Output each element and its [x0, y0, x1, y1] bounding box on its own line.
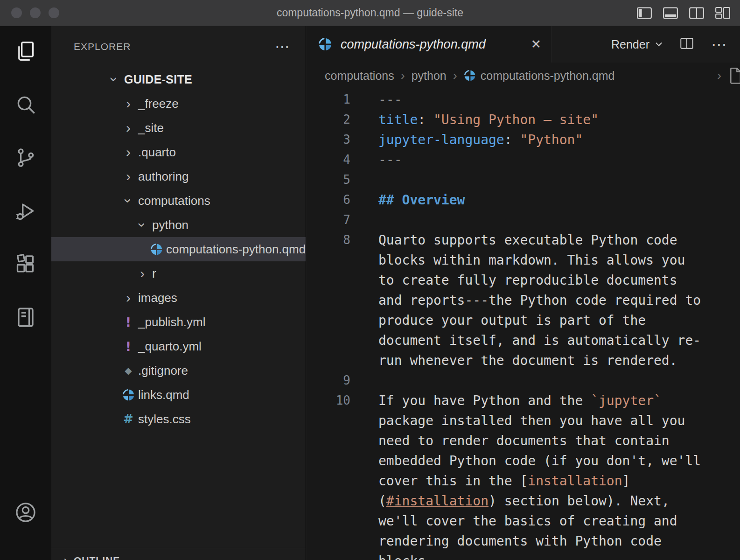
- chevron-down-icon: [655, 42, 663, 47]
- document-symbol-icon: [726, 66, 740, 85]
- notebooks-tab[interactable]: [13, 305, 39, 331]
- line-content: jupyter-language: "Python": [378, 130, 705, 150]
- tree-item-label: styles.css: [138, 412, 191, 427]
- tree-folder-authoring[interactable]: ›authoring: [51, 164, 306, 189]
- explorer-sidebar: EXPLORER ⋯ › GUIDE-SITE ›_freeze›_site›.…: [51, 26, 306, 560]
- search-icon: [14, 93, 37, 118]
- chevron-right-icon: ›: [58, 553, 74, 560]
- line-content: [378, 170, 705, 190]
- tree-folder--site[interactable]: ›_site: [51, 116, 306, 140]
- chevron-right-icon: ›: [120, 97, 136, 111]
- tree-folder-python[interactable]: ›python: [51, 213, 306, 237]
- explorer-more-actions-icon[interactable]: ⋯: [275, 39, 290, 54]
- chevron-down-icon: ›: [107, 71, 121, 87]
- account-button[interactable]: [0, 500, 51, 526]
- extensions-tab[interactable]: [13, 252, 39, 278]
- quarto-icon: [464, 70, 476, 82]
- sidebar-title: EXPLORER: [74, 41, 131, 52]
- tree-item-label: .gitignore: [138, 364, 188, 378]
- line-number: 8: [306, 230, 350, 371]
- render-button[interactable]: Render: [611, 38, 663, 51]
- line-content: [378, 371, 705, 391]
- tree-item-label: _freeze: [138, 97, 179, 111]
- quarto-icon: [150, 243, 163, 256]
- line-number: 10: [306, 391, 350, 560]
- tree-folder--quarto[interactable]: ›.quarto: [51, 140, 306, 164]
- code-line-4[interactable]: 4---: [306, 150, 740, 170]
- vscode-window: computations-python.qmd — guide-site: [0, 0, 740, 560]
- tree-item-label: _publish.yml: [138, 315, 206, 329]
- editor-group: computations-python.qmd ✕ Render ⋯ compu…: [306, 26, 740, 560]
- account-icon: [14, 500, 38, 526]
- activity-bar: [0, 26, 51, 560]
- source-control-icon: [14, 146, 37, 171]
- yaml-icon: !: [120, 315, 136, 329]
- code-line-5[interactable]: 5: [306, 170, 740, 190]
- tab-computations-python[interactable]: computations-python.qmd ✕: [306, 26, 552, 63]
- breadcrumb-item-python[interactable]: python: [412, 69, 447, 83]
- line-number: 5: [306, 170, 350, 190]
- code-editor[interactable]: 1---2title: "Using Python – site"3jupyte…: [306, 89, 740, 560]
- debug-icon: [14, 199, 37, 224]
- chevron-right-icon: ›: [453, 70, 457, 82]
- code-line-2[interactable]: 2title: "Using Python – site": [306, 110, 740, 130]
- tree-file--gitignore[interactable]: ◆.gitignore: [51, 358, 306, 383]
- explorer-tab[interactable]: [13, 39, 39, 65]
- line-content: ## Overview: [378, 190, 705, 210]
- quarto-icon: [318, 37, 332, 51]
- tree-item-label: _quarto.yml: [138, 339, 202, 354]
- code-line-6[interactable]: 6## Overview: [306, 190, 740, 210]
- close-tab-icon[interactable]: ✕: [531, 38, 541, 51]
- tree-folder--freeze[interactable]: ›_freeze: [51, 91, 306, 116]
- code-line-7[interactable]: 7: [306, 210, 740, 230]
- source-control-tab[interactable]: [13, 146, 39, 172]
- tree-item-label: images: [138, 291, 177, 305]
- code-line-10[interactable]: 10If you have Python and the `jupyter` p…: [306, 391, 740, 560]
- tree-file--quarto-yml[interactable]: !_quarto.yml: [51, 334, 306, 358]
- outline-section-header[interactable]: › OUTLINE: [51, 548, 306, 560]
- tree-item-label: r: [152, 266, 156, 281]
- tab-title: computations-python.qmd: [341, 37, 486, 52]
- code-line-3[interactable]: 3jupyter-language: "Python": [306, 130, 740, 150]
- tree-folder-images[interactable]: ›images: [51, 286, 306, 310]
- chevron-down-icon: ›: [121, 193, 135, 209]
- line-number: 9: [306, 371, 350, 391]
- tree-file-links-qmd[interactable]: links.qmd: [51, 383, 306, 407]
- breadcrumb-item-computations-python-qmd[interactable]: computations-python.qmd: [464, 69, 615, 83]
- tree-file--publish-yml[interactable]: !_publish.yml: [51, 310, 306, 334]
- tree-item-label: computations: [138, 194, 210, 208]
- breadcrumb-item-computations[interactable]: computations: [325, 69, 394, 83]
- chevron-right-icon: ›: [717, 70, 721, 82]
- code-line-8[interactable]: 8Quarto supports executable Python code …: [306, 230, 740, 371]
- tree-file-computations-python-qmd[interactable]: computations-python.qmd: [51, 237, 306, 261]
- tree-item-label: authoring: [138, 169, 188, 184]
- chevron-right-icon: ›: [120, 291, 136, 305]
- window-title: computations-python.qmd — guide-site: [0, 7, 740, 19]
- tree-folder-computations[interactable]: ›computations: [51, 189, 306, 213]
- yaml-icon: !: [120, 339, 136, 354]
- search-tab[interactable]: [13, 92, 39, 119]
- layout-customize-icon[interactable]: [715, 6, 731, 20]
- layout-panel-bottom-icon[interactable]: [663, 6, 678, 20]
- minimize-window-button[interactable]: [30, 7, 41, 18]
- chevron-right-icon: ›: [120, 121, 136, 135]
- git-icon: ◆: [120, 365, 136, 376]
- split-editor-icon[interactable]: [679, 37, 694, 52]
- close-window-button[interactable]: [11, 7, 22, 18]
- extensions-icon: [14, 252, 37, 278]
- layout-sidebar-left-icon[interactable]: [636, 6, 652, 20]
- window-controls: [11, 0, 59, 26]
- tree-file-styles-css[interactable]: #styles.css: [51, 407, 306, 431]
- root-folder-label: GUIDE-SITE: [124, 73, 192, 86]
- code-line-1[interactable]: 1---: [306, 90, 740, 110]
- titlebar-layout-controls: [636, 0, 731, 26]
- run-and-debug-tab[interactable]: [13, 199, 39, 225]
- layout-sidebar-right-icon[interactable]: [689, 6, 705, 20]
- zoom-window-button[interactable]: [49, 7, 59, 18]
- tree-folder-r[interactable]: ›r: [51, 261, 306, 286]
- tree-root-guide-site[interactable]: › GUIDE-SITE: [51, 67, 306, 91]
- chevron-down-icon: ›: [135, 217, 149, 233]
- sidebar-header: EXPLORER ⋯: [51, 26, 306, 67]
- code-line-9[interactable]: 9: [306, 371, 740, 391]
- more-actions-icon[interactable]: ⋯: [711, 36, 727, 52]
